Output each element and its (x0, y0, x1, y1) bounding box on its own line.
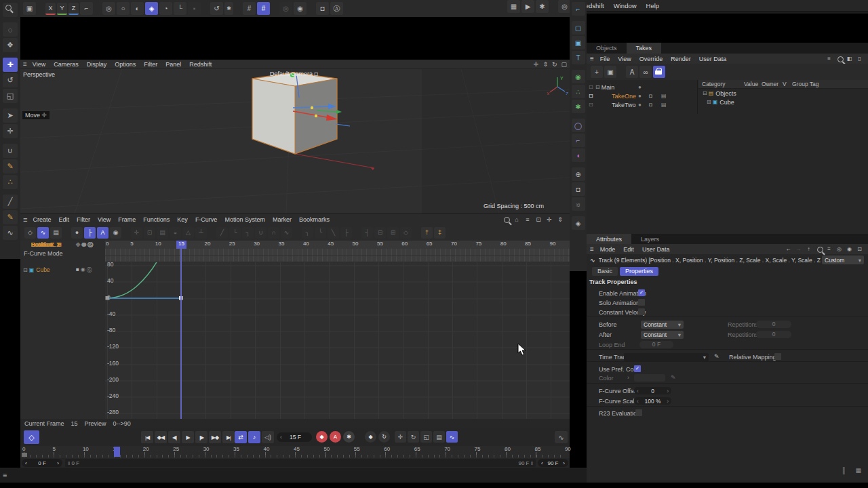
tl-search-icon[interactable] (501, 215, 511, 224)
tangent2-icon[interactable]: ╰ (315, 227, 326, 239)
timeline-menu-item[interactable]: Functions (143, 216, 170, 223)
camera-icon[interactable]: ◘ (572, 182, 585, 196)
prev-key-button[interactable]: ◆◀ (155, 431, 167, 443)
motion-mode-button[interactable]: ▤ (50, 227, 62, 239)
subdivision-surface-icon[interactable]: ◉ (572, 70, 585, 83)
prev-frame-button[interactable]: ◀| (168, 431, 180, 443)
attributes-menu-item[interactable]: Edit (623, 246, 634, 253)
viewport-canvas[interactable]: Perspective Default Camera ◘ Move ✛ Grid… (20, 69, 570, 214)
viewport-menu-item[interactable]: Redshift (189, 61, 212, 68)
layer-icon[interactable]: ◈ (76, 241, 80, 249)
viewport-menu-item[interactable]: View (33, 61, 45, 68)
table-column-header[interactable]: Owner (762, 81, 778, 87)
take-row-main[interactable]: ⊡ ⊟ Main ● (587, 83, 697, 92)
track-row-channel[interactable]: Rotation . B ◈◉Ⓢ (20, 241, 105, 249)
track-summary-rows[interactable] (105, 249, 570, 262)
interpolation-linear-icon[interactable]: └ (229, 227, 241, 239)
show-objects-icon[interactable]: ● (71, 227, 83, 239)
spline-pen-icon[interactable]: ∿ (3, 226, 18, 240)
take-camera-icon[interactable]: ◘ (649, 93, 652, 99)
take-render-icon[interactable]: ▤ (661, 93, 667, 99)
takes-search-icon[interactable] (835, 54, 844, 63)
symmetry-icon[interactable]: ◖ (572, 148, 585, 162)
sound-mode-button[interactable]: ♪ (248, 431, 260, 443)
auto-take-button[interactable]: ∞ (639, 66, 652, 78)
tl-filter-icon[interactable]: ≡ (523, 215, 532, 224)
live-selection-icon[interactable]: ◌ (3, 22, 18, 37)
spline-primitive-icon[interactable]: ▢ (572, 21, 585, 35)
view-label[interactable]: Perspective (23, 71, 55, 78)
color-field[interactable] (634, 374, 665, 382)
pen-square-icon[interactable]: ✎ (3, 159, 18, 174)
goto-start-button[interactable]: |◀ (141, 431, 153, 443)
generator-icon[interactable]: ✱ (572, 100, 585, 113)
light-icon[interactable]: ☼ (572, 197, 585, 211)
repetitions-field[interactable]: 0 (756, 331, 791, 338)
viewport-menu-item[interactable]: Options (115, 61, 136, 68)
show-animated-icon[interactable]: ◉ (110, 227, 121, 239)
timeline-menu-item[interactable]: Marker (273, 216, 292, 223)
lock-take-button[interactable] (653, 66, 665, 78)
fcurve-editor[interactable]: 051015202530354045505560657075808590 15 … (105, 241, 570, 419)
table-column-header[interactable]: Category (702, 81, 726, 87)
table-row-objects[interactable]: ⊟ ▤ Objects (698, 89, 868, 98)
status-menu-icon[interactable]: ≡ (3, 471, 7, 479)
spline-mask-icon[interactable]: ◯ (572, 119, 585, 132)
timeline-menu-item[interactable]: Bookmarks (299, 216, 330, 223)
points-mode-icon[interactable]: ◎ (102, 2, 115, 15)
workplane-mode-icon[interactable]: └ (174, 2, 186, 15)
tweak-selection-icon[interactable]: ❖ (3, 38, 18, 52)
timeline-menu-item[interactable]: Frame (118, 216, 136, 223)
attributes-tab[interactable]: Layers (631, 234, 669, 245)
snap-icon[interactable]: ◎ (279, 2, 292, 15)
zero-angle-icon[interactable]: ┤ (361, 227, 373, 239)
tl-home-icon[interactable]: ⌂ (512, 215, 521, 224)
timeline-menu-item[interactable]: View (98, 216, 111, 223)
range-end-spinner[interactable]: ‹90 F› (538, 459, 568, 467)
rename-take-button[interactable]: A (626, 66, 638, 78)
environment-icon[interactable]: ⊕ (572, 167, 585, 181)
eye-icon[interactable]: ◉ (81, 241, 86, 249)
panel-tab[interactable]: Takes (627, 43, 662, 54)
add-keyframe-button[interactable]: ‡ (434, 227, 446, 239)
auto-tangent-icon[interactable]: ⊞ (387, 227, 399, 239)
timeline-menu-item[interactable]: Key (177, 216, 188, 223)
timeline-menu-item[interactable]: Edit (58, 216, 69, 223)
playhead-marker[interactable]: 15 (176, 241, 186, 249)
rotation-record-button[interactable]: ↻ (378, 431, 390, 443)
timeline-menu-icon[interactable]: ≡ (23, 216, 27, 224)
box-select-icon[interactable]: ⊡ (144, 227, 155, 239)
search-tool-icon[interactable] (3, 3, 18, 17)
pause-icon[interactable]: ║ (842, 467, 846, 474)
expand-arrow-icon[interactable]: › (627, 374, 629, 381)
clipboard-icon[interactable]: ▤ (157, 227, 168, 239)
move-key-icon[interactable]: ✛ (131, 227, 142, 239)
open-fcurve-window-button[interactable]: ∿ (555, 431, 568, 443)
attr-lock-icon[interactable]: ◎ (835, 245, 844, 253)
fcurve-graph[interactable]: 80400-40-80-120-160-200-240-280 (105, 262, 570, 419)
add-child-take-button[interactable]: ▣ (604, 66, 616, 78)
keyframe-selection-button[interactable]: ◆ (365, 431, 376, 443)
range-slider[interactable]: ‖ 0 F 90 F ‖ (65, 459, 536, 467)
guide-icon[interactable]: ⌐ (572, 134, 585, 147)
solo-icon[interactable]: Ⓢ (87, 241, 93, 249)
attr-up-icon[interactable]: ↑ (804, 245, 813, 253)
track-row-cube[interactable]: ⊟ ▣ Cube ■◉Ⓢ (20, 266, 105, 274)
key-mode-button[interactable]: ◇ (24, 227, 36, 239)
takes-menu-icon[interactable]: ≡ (590, 55, 594, 62)
rotate-view-icon[interactable]: ↻ (552, 61, 557, 68)
fcurve-offset-spinner[interactable]: ‹0› (634, 387, 671, 394)
attr-newwin-icon[interactable]: ⊡ (855, 245, 864, 253)
render-settings-icon[interactable]: Ⓐ (330, 2, 343, 15)
maximize-view-icon[interactable]: ▢ (561, 61, 567, 68)
enable-animation-checkbox[interactable]: ✓ (638, 289, 645, 296)
attr-focus-icon[interactable]: ◉ (845, 245, 854, 253)
volume-button[interactable]: ◁) (262, 431, 274, 443)
table-column-header[interactable]: Group Tag (792, 81, 819, 87)
viewport-menu-item[interactable]: Cameras (54, 61, 79, 68)
pen-points-icon[interactable]: ∴ (3, 175, 18, 189)
axis-modification-icon[interactable]: ↺ (210, 2, 223, 15)
table-column-header[interactable]: Value (744, 81, 758, 87)
render-options-icon[interactable]: ✱ (536, 0, 549, 13)
repetitions-field[interactable]: 0 (756, 321, 791, 328)
